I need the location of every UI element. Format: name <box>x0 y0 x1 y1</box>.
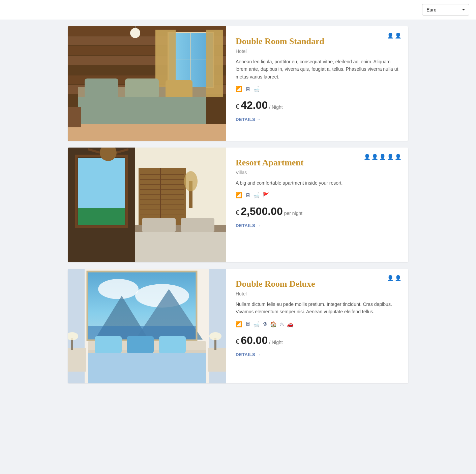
price-section: € 60.00 / Night <box>236 334 399 347</box>
svg-rect-53 <box>181 218 214 232</box>
guest-icon: 👤 <box>364 154 370 160</box>
price-period: / Night <box>269 104 282 110</box>
price-amount: 60.00 <box>241 334 268 347</box>
guest-icon: 👤 <box>371 154 378 160</box>
guest-icon: 👤 <box>387 154 394 160</box>
svg-rect-22 <box>68 124 226 141</box>
guest-icon: 👤 <box>395 32 401 39</box>
flag-icon: 🚩 <box>263 192 269 198</box>
svg-rect-76 <box>68 348 86 372</box>
guests-icons: 👤 👤 <box>387 275 401 281</box>
listing-type: Hotel <box>236 291 399 296</box>
guests-icons: 👤 👤 👤 👤 👤 <box>364 154 401 160</box>
listings-container: 👤 👤 Double Room Standard Hotel Aenean le… <box>61 26 415 397</box>
amenities: 📶 🖥 🛁 ⚗ 🏠 ♨ 🚗 <box>236 321 399 327</box>
listing-info: 👤 👤 👤 👤 👤 Resort Apartment Villas A big … <box>226 148 408 262</box>
svg-point-24 <box>130 28 140 38</box>
svg-point-62 <box>98 279 139 299</box>
svg-rect-23 <box>68 107 81 127</box>
price-amount: 42.00 <box>241 99 268 112</box>
top-bar: Euro USD GBP CHF <box>0 0 476 20</box>
amenities: 📶 🖥 🛁 <box>236 86 399 92</box>
price-section: € 42.00 / Night <box>236 99 399 112</box>
svg-rect-29 <box>78 208 125 225</box>
listing-description: Aenean leo ligula, porttitor eu, consequ… <box>236 58 399 81</box>
home-icon: 🏠 <box>270 321 277 327</box>
price-period: per night <box>284 211 302 216</box>
listing-type: Villas <box>236 170 399 175</box>
currency-symbol: € <box>236 338 239 346</box>
guest-icon: 👤 <box>387 275 394 281</box>
wifi-icon: 📶 <box>236 86 242 92</box>
price-period: / Night <box>269 340 282 345</box>
bath-icon: 🛁 <box>253 86 260 92</box>
filter-icon: ⚗ <box>263 321 267 327</box>
guest-icon: 👤 <box>379 154 386 160</box>
guest-icon: 👤 <box>395 154 401 160</box>
svg-rect-74 <box>159 336 186 353</box>
svg-point-49 <box>184 171 198 191</box>
svg-rect-72 <box>95 336 122 353</box>
details-link[interactable]: DETAILS → <box>236 352 399 357</box>
svg-rect-75 <box>88 353 206 383</box>
svg-rect-77 <box>208 348 226 372</box>
svg-point-81 <box>209 332 221 340</box>
listing-image <box>68 26 226 141</box>
listing-image <box>68 269 226 383</box>
svg-rect-19 <box>125 78 159 99</box>
guest-icon: 👤 <box>395 275 401 281</box>
listing-card: 👤 👤 Double Room Deluxe Hotel Nullam dict… <box>68 269 408 383</box>
price-section: € 2,500.00 per night <box>236 205 399 218</box>
bath-icon: 🛁 <box>253 192 260 198</box>
currency-symbol: € <box>236 209 239 217</box>
guest-icon: 👤 <box>387 32 394 39</box>
bath-icon: 🛁 <box>253 321 260 327</box>
svg-rect-52 <box>142 218 176 232</box>
currency-select[interactable]: Euro USD GBP CHF <box>422 4 469 15</box>
listing-description: Nullam dictum felis eu pede mollis preti… <box>236 301 399 316</box>
price-amount: 2,500.00 <box>241 205 283 218</box>
amenities: 📶 🖥 🛁 🚩 <box>236 192 399 198</box>
tv-icon: 🖥 <box>245 192 250 198</box>
svg-rect-20 <box>166 80 192 99</box>
currency-symbol: € <box>236 103 239 110</box>
listing-description: A big and comfortable apartment inside y… <box>236 179 399 187</box>
wifi-icon: 📶 <box>236 321 242 327</box>
svg-rect-73 <box>127 336 154 353</box>
listing-title: Double Room Deluxe <box>236 279 399 289</box>
tv-icon: 🖥 <box>245 86 250 92</box>
spa-icon: ♨ <box>279 321 284 327</box>
listing-info: 👤 👤 Double Room Deluxe Hotel Nullam dict… <box>226 269 408 383</box>
svg-rect-15 <box>206 30 223 97</box>
tv-icon: 🖥 <box>245 321 250 327</box>
wifi-icon: 📶 <box>236 192 242 198</box>
listing-card: 👤 👤 👤 👤 👤 Resort Apartment Villas A big … <box>68 148 408 262</box>
listing-type: Hotel <box>236 49 399 54</box>
guests-icons: 👤 👤 <box>387 32 401 39</box>
car-icon: 🚗 <box>287 321 294 327</box>
listing-title: Double Room Standard <box>236 36 399 46</box>
listing-card: 👤 👤 Double Room Standard Hotel Aenean le… <box>68 26 408 141</box>
details-link[interactable]: DETAILS → <box>236 223 399 228</box>
details-link[interactable]: DETAILS → <box>236 117 399 122</box>
listing-image <box>68 148 226 262</box>
svg-rect-54 <box>135 232 226 262</box>
listing-info: 👤 👤 Double Room Standard Hotel Aenean le… <box>226 26 408 141</box>
svg-rect-18 <box>85 78 118 99</box>
